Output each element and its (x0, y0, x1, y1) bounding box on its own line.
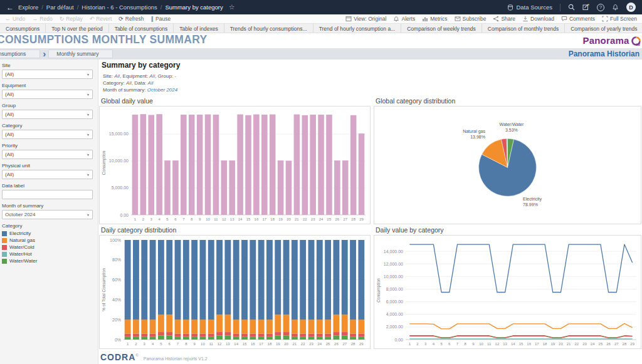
filter-input-data-label[interactable] (2, 190, 93, 199)
svg-text:1: 1 (127, 342, 129, 346)
panel-global-daily-value: Global daily value 0.005,000.0010,000.00… (99, 97, 371, 225)
filter-label: Physical unit (2, 163, 93, 169)
legend-item-water-water[interactable]: Water/Water (2, 258, 93, 264)
pie-chart[interactable]: Water/Water3.53%Electricity78.99%Natural… (374, 106, 641, 224)
full-screen-button[interactable]: Full Screen (602, 16, 637, 22)
svg-text:Natural gas: Natural gas (463, 129, 485, 134)
sheet-title: Summary by category (102, 61, 180, 70)
legend-item-water-hot[interactable]: Water/Hot (2, 251, 93, 257)
comments-button[interactable]: Comments (561, 16, 595, 22)
tab-consumptions[interactable]: Consumptions (0, 24, 46, 33)
tab-trend-of-hourly-consumption-a[interactable]: Trend of hourly consumption a... (313, 24, 402, 33)
legend-item-natural-gas[interactable]: Natural gas (2, 237, 93, 243)
search-button[interactable] (568, 4, 575, 11)
filter-select-equipment[interactable]: (All)▼ (2, 90, 93, 99)
replay-button[interactable]: ↻Replay (60, 16, 83, 22)
refresh-icon: ⟳ (118, 16, 124, 22)
user-avatar[interactable]: D (626, 3, 636, 12)
notifications-button[interactable] (612, 4, 619, 11)
tab-table-of-consumptions[interactable]: Table of consumptions (109, 24, 174, 33)
brand-logo: Panorama H2 (582, 35, 640, 46)
filter-select-month-of-summary[interactable]: October 2024▼ (2, 210, 93, 219)
breadcrumb-par-d-faut[interactable]: Par défaut (46, 4, 74, 11)
flow-step-monthly-summary[interactable]: Monthly summary (48, 49, 113, 58)
legend-item-electricity[interactable]: Electricity (2, 231, 93, 236)
report-footer: CODRA© Panorama Historian reports V1.2 (100, 352, 208, 362)
filter-select-category[interactable]: (All)▼ (2, 130, 93, 139)
filter-select-group[interactable]: (All)▼ (2, 110, 93, 119)
info-line-1: Site: All, Equipment: All, Group: - (103, 73, 177, 80)
legend-swatch (2, 245, 7, 250)
data-sources-button[interactable]: Data Sources (507, 4, 552, 11)
svg-text:100%: 100% (110, 238, 121, 242)
legend-item-water-cold[interactable]: Water/Cold (2, 244, 93, 250)
product-name: Panorama Historian (569, 49, 642, 58)
svg-text:2: 2 (142, 217, 145, 221)
line-chart[interactable]: 0.002,000.004,000.006,000.008,000.0010,0… (374, 235, 641, 349)
svg-text:15: 15 (519, 342, 524, 346)
svg-text:4: 4 (152, 342, 154, 346)
svg-text:15: 15 (246, 217, 251, 221)
filter-site: Site(All)▼ (2, 63, 93, 79)
tab-trends-of-hourly-consumptions[interactable]: Trends of hourly consumptions... (224, 24, 313, 33)
svg-text:60%: 60% (112, 278, 121, 282)
replay-label: Replay (66, 16, 82, 22)
help-icon[interactable]: ? (597, 4, 604, 11)
svg-text:12,000.00: 12,000.00 (384, 262, 403, 266)
alerts-button[interactable]: Alerts (393, 16, 415, 22)
tab-top-n-over-the-period[interactable]: Top N over the period (46, 24, 108, 33)
favorite-star-icon[interactable]: ☆ (229, 3, 235, 11)
flow-step-consumptions[interactable]: Consumptions (0, 49, 40, 58)
chevron-down-icon: ▼ (87, 93, 90, 96)
svg-text:28: 28 (351, 217, 355, 221)
svg-text:4: 4 (433, 342, 435, 346)
svg-text:21: 21 (567, 342, 571, 346)
share-button[interactable]: Share (493, 16, 515, 22)
back-icon[interactable]: ← (6, 3, 14, 12)
svg-text:29: 29 (359, 217, 364, 221)
breadcrumb-summary-by-category[interactable]: Summary by category (165, 4, 223, 11)
undo-button[interactable]: ←Undo (5, 16, 25, 22)
breadcrumb-explore[interactable]: Explore (18, 4, 38, 11)
download-button[interactable]: Download (522, 16, 554, 22)
filter-label: Month of summary (2, 203, 93, 209)
subscribe-button[interactable]: Subscribe (455, 16, 487, 22)
bar-chart[interactable]: 0.005,000.0010,000.0015,000.00Consumptio… (99, 106, 371, 224)
filter-select-site[interactable]: (All)▼ (2, 70, 93, 79)
view-original-button[interactable]: View: Original (345, 16, 386, 22)
svg-text:22: 22 (301, 342, 305, 346)
metrics-button[interactable]: Metrics (422, 16, 447, 22)
revert-button[interactable]: ↶Revert (90, 16, 112, 22)
tab-table-of-indexes[interactable]: Table of indexes (174, 24, 224, 33)
topbar-actions: Data Sources ? D (507, 3, 636, 12)
view-icon (345, 16, 352, 22)
breadcrumb-historian-6-consumptions[interactable]: Historian - 6 - Consumptions (82, 4, 157, 11)
subscribe-icon (455, 16, 461, 22)
pause-button[interactable]: ∥Pause (151, 16, 171, 22)
filter-select-physical-unit[interactable]: (All)▼ (2, 170, 93, 179)
svg-text:24: 24 (591, 342, 595, 346)
tab-comparison-of-weekly-trends[interactable]: Comparison of weekly trends (401, 24, 482, 33)
svg-text:9: 9 (199, 217, 201, 221)
svg-text:11: 11 (214, 217, 218, 221)
compose-button[interactable] (582, 4, 589, 11)
tab-comparison-of-monthly-trends[interactable]: Comparison of monthly trends (482, 24, 565, 33)
svg-text:18: 18 (270, 217, 275, 221)
svg-text:24: 24 (319, 217, 324, 221)
svg-text:27: 27 (614, 342, 619, 346)
svg-text:12: 12 (495, 342, 500, 346)
svg-text:8: 8 (191, 217, 193, 221)
refresh-button[interactable]: ⟳Refresh (118, 16, 144, 22)
svg-text:5: 5 (440, 342, 443, 346)
stacked-bar-chart[interactable]: 0%20%40%60%80%100%% of Total Consumption… (99, 235, 371, 349)
codra-logo: CODRA© (100, 352, 139, 362)
redo-button[interactable]: →Redo (32, 16, 52, 22)
filter-select-priority[interactable]: (All)▼ (2, 150, 93, 159)
svg-text:11: 11 (209, 342, 214, 346)
filter-label: Group (2, 103, 93, 108)
tab-comparison-of-yearly-trends[interactable]: Comparison of yearly trends (565, 24, 642, 33)
svg-text:19: 19 (276, 342, 280, 346)
legend-label: Electricity (9, 231, 31, 236)
svg-text:Water/Water: Water/Water (500, 122, 524, 127)
svg-text:10: 10 (206, 217, 210, 221)
